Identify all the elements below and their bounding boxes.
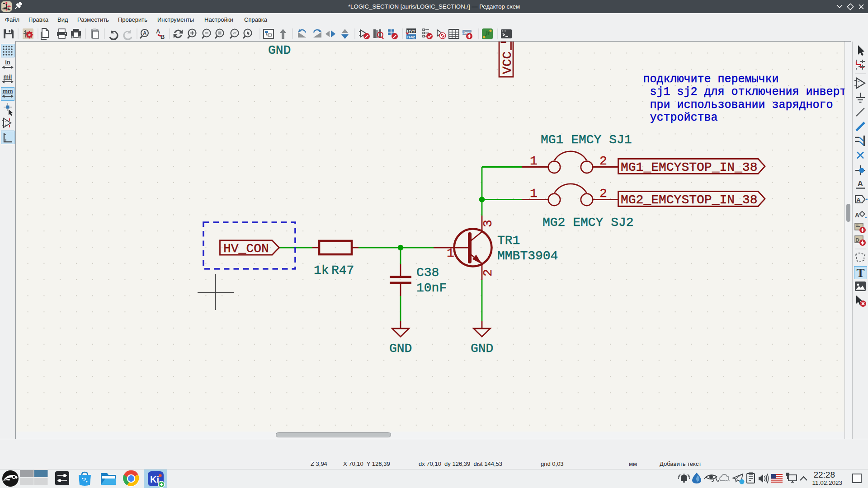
svg-text:B: B (160, 33, 165, 40)
svg-text:2: 2 (481, 269, 495, 277)
svg-text:A: A (143, 30, 147, 37)
svg-text:A: A (855, 211, 859, 219)
svg-text:mil: mil (4, 73, 12, 80)
svg-text:TR1: TR1 (497, 234, 520, 248)
svg-text:при использовании зарядного: при использовании зарядного (650, 99, 833, 112)
svg-text:mm: mm (2, 88, 13, 94)
svg-text:GND: GND (389, 342, 412, 356)
svg-text:GND: GND (268, 43, 291, 57)
svg-text:1: 1 (530, 187, 538, 201)
svg-text:R42: R42 (407, 34, 415, 39)
svg-text:−: − (858, 80, 860, 84)
svg-text:C38: C38 (416, 266, 439, 280)
svg-text:in: in (5, 59, 10, 66)
svg-text:A: A (156, 28, 160, 35)
svg-text:1: 1 (447, 246, 454, 260)
svg-text:Ki: Ki (150, 474, 159, 484)
svg-text:VCC: VCC (500, 52, 514, 74)
svg-text:−: − (5, 120, 6, 123)
svg-text:1: 1 (530, 154, 538, 168)
svg-text:GND: GND (471, 342, 493, 356)
svg-text:A: A (856, 197, 861, 203)
svg-text:устройства: устройства (650, 111, 718, 124)
svg-text:MG2_EMCYSTOP_IN_38: MG2_EMCYSTOP_IN_38 (621, 193, 757, 207)
svg-text:подключите перемычки: подключите перемычки (643, 73, 779, 86)
svg-text:1k: 1k (314, 263, 329, 277)
svg-text:3: 3 (481, 220, 495, 227)
svg-text:+: + (858, 84, 860, 88)
svg-text:2: 2 (599, 154, 607, 168)
svg-text:10nF: 10nF (416, 281, 447, 295)
svg-text:HV_CON: HV_CON (223, 242, 269, 256)
svg-text:A: A (858, 179, 863, 188)
svg-text:R??: R?? (407, 28, 415, 33)
svg-text:sj1 sj2 для отключения инверто: sj1 sj2 для отключения инверторов (650, 85, 845, 99)
svg-text:MG1_EMCYSTOP_IN_38: MG1_EMCYSTOP_IN_38 (621, 160, 757, 174)
svg-text:2: 2 (599, 187, 607, 201)
svg-text:+: + (5, 124, 6, 127)
svg-text:MMBT3904: MMBT3904 (497, 249, 558, 263)
svg-text:T: T (856, 266, 864, 280)
svg-text:MG2 EMCY SJ2: MG2 EMCY SJ2 (542, 216, 634, 230)
svg-text:22:28: 22:28 (813, 470, 835, 479)
svg-text:R47: R47 (331, 263, 354, 277)
svg-text:11.02.2023: 11.02.2023 (812, 479, 842, 486)
svg-text:MG1 EMCY SJ1: MG1 EMCY SJ1 (541, 133, 632, 147)
